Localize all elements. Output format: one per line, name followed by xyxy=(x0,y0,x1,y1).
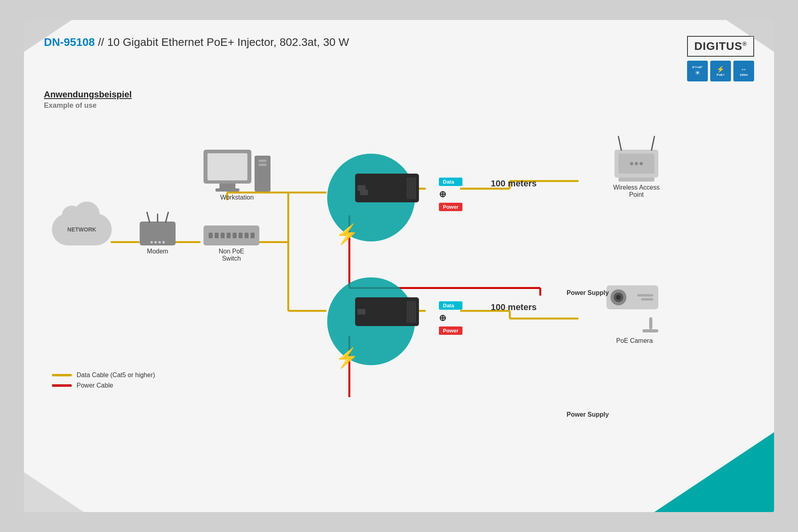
router-dot xyxy=(154,241,157,243)
plus-row-1: ⊕ xyxy=(439,189,462,200)
modem-device: Modem xyxy=(140,222,176,255)
legend-data-cable: Data Cable (Cat5 or higher) xyxy=(52,372,155,379)
poe-camera-label: PoE Camera xyxy=(616,337,653,344)
switch-port xyxy=(245,233,249,238)
monitor-base xyxy=(215,188,239,192)
switch-port xyxy=(251,233,255,238)
temp-badge: 0°/+40° ☀ xyxy=(687,61,708,81)
header-right: DIGITUS® 0°/+40° ☀ ⚡ PoE+ ↔ 100m xyxy=(687,36,754,81)
ap-led xyxy=(635,162,638,165)
camera-wrapper xyxy=(606,285,662,325)
camera-mount xyxy=(642,329,658,332)
camera-lens xyxy=(610,289,626,305)
product-model: DN-95108 xyxy=(44,36,95,48)
tower-case xyxy=(255,156,271,192)
tower-btn xyxy=(259,160,267,162)
monitor-body xyxy=(203,150,251,184)
injector2-container: ⚡ xyxy=(323,273,423,373)
legend: Data Cable (Cat5 or higher) Power Cable xyxy=(52,372,155,389)
distance-upper: 100 meters xyxy=(483,178,537,189)
injector-port2 xyxy=(360,190,368,195)
ps-label-2: Power Supply xyxy=(567,411,609,418)
switch-label: Non PoESwitch xyxy=(219,248,244,262)
brand-name: DIGITUS xyxy=(694,40,743,52)
power-badge-1: Power xyxy=(439,203,462,211)
distance-badge: ↔ 100m xyxy=(733,61,754,81)
router-dot xyxy=(150,241,153,243)
data-badge-2: Data xyxy=(439,301,462,310)
monitor-group xyxy=(203,150,251,192)
tower-btn xyxy=(259,164,267,166)
camera-arm xyxy=(649,317,652,329)
modem-label: Modem xyxy=(147,248,168,255)
network-label: NETWORK xyxy=(67,226,96,233)
power-cable-line xyxy=(52,384,72,387)
switch-port xyxy=(209,233,213,238)
product-separator: // xyxy=(98,36,104,48)
plus-row-2: ⊕ xyxy=(439,313,462,323)
camera-lens-inner xyxy=(614,293,623,302)
poe-badge: ⚡ PoE+ xyxy=(710,61,731,81)
switch-device: Non PoESwitch xyxy=(203,225,259,262)
network-cloud: NETWORK xyxy=(52,214,112,245)
distance-lower: 100 meters xyxy=(483,302,537,312)
legend-power-cable: Power Cable xyxy=(52,382,155,389)
power-supply-2: Power Supply xyxy=(567,411,609,418)
ap-body xyxy=(614,150,658,178)
corner-decoration-bl xyxy=(24,472,84,512)
badges-upper: Data ⊕ Power xyxy=(439,178,462,211)
power-cable-label: Power Cable xyxy=(77,382,113,389)
workstation-device: Workstation xyxy=(203,150,271,201)
wireless-ap-label: Wireless Access Point xyxy=(606,184,666,198)
injector1-front xyxy=(355,174,419,202)
diagram-area: NETWORK Modem xyxy=(44,118,754,397)
data-cable-line xyxy=(52,374,72,376)
monitor-stand xyxy=(219,184,235,188)
camera-iris xyxy=(616,295,621,300)
ap-antenna-l xyxy=(618,136,622,151)
workstation-label: Workstation xyxy=(220,194,254,201)
ap-led xyxy=(640,162,643,165)
badges-lower: Data ⊕ Power xyxy=(439,301,462,335)
switch-port xyxy=(215,233,219,238)
wireless-ap-device: Wireless Access Point xyxy=(606,150,666,198)
main-card: DN-95108 // 10 Gigabit Ethernet PoE+ Inj… xyxy=(24,20,774,512)
router-dot xyxy=(162,241,165,243)
injector2-group: ⚡ xyxy=(323,273,423,373)
data-cable-label: Data Cable (Cat5 or higher) xyxy=(77,372,155,379)
antenna-right xyxy=(165,212,169,223)
injector-vents xyxy=(407,177,419,199)
product-title: DN-95108 // 10 Gigabit Ethernet PoE+ Inj… xyxy=(44,36,687,49)
switch-port xyxy=(221,233,225,238)
switch-port xyxy=(227,233,231,238)
switch-port xyxy=(239,233,243,238)
data-badge-1: Data xyxy=(439,178,462,186)
poe-camera-device: PoE Camera xyxy=(606,285,662,344)
camera-body-right xyxy=(626,294,656,301)
power-supply-1: Power Supply xyxy=(567,289,609,297)
power-bolt-2: ⚡ xyxy=(335,347,359,369)
network-device: NETWORK xyxy=(52,214,112,245)
plus-sign-2: ⊕ xyxy=(439,313,446,323)
injector2-front xyxy=(355,297,419,326)
distance-label-1: 100 meters xyxy=(491,178,537,189)
ps-label-1: Power Supply xyxy=(567,289,609,296)
switch-icon xyxy=(203,225,259,245)
power-bolt-1: ⚡ xyxy=(335,223,359,245)
plus-sign-1: ⊕ xyxy=(439,189,446,200)
router-dots xyxy=(150,241,165,243)
router-dot xyxy=(158,241,161,243)
injector1-container: ⚡ xyxy=(323,150,423,249)
injector2-vents xyxy=(407,301,419,323)
product-description: 10 Gigabit Ethernet PoE+ Injector, 802.3… xyxy=(107,36,349,48)
brand-trademark: ® xyxy=(743,41,747,47)
ap-led xyxy=(630,162,633,165)
modem-icon xyxy=(140,222,176,245)
section-subtitle: Example of use xyxy=(44,101,754,110)
monitor-screen xyxy=(207,153,247,180)
corner-decoration-br xyxy=(654,432,774,512)
distance-label-2: 100 meters xyxy=(491,302,537,312)
camera-body xyxy=(606,285,658,309)
injector1-group: ⚡ xyxy=(323,150,423,249)
antenna-left xyxy=(146,212,150,223)
